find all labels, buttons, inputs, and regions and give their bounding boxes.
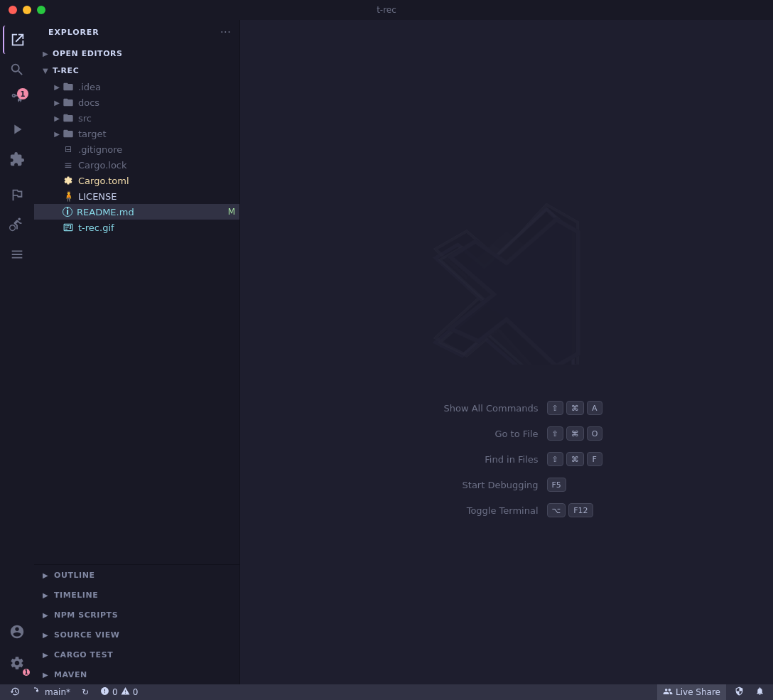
activity-bar-settings[interactable]: 1 <box>3 649 31 677</box>
status-sync-button[interactable]: ↻ <box>79 684 92 700</box>
file-tree: ▶ OPEN EDITORS ▼ T-REC ▶ .idea <box>34 45 239 564</box>
maximize-button[interactable] <box>37 6 45 14</box>
list-item[interactable]: ▶ .idea <box>34 79 239 95</box>
readme-icon: i <box>63 207 72 217</box>
source-view-arrow: ▶ <box>40 629 51 640</box>
shortcut-row: Start Debugging F5 <box>411 478 603 492</box>
file-name: README.md <box>77 207 228 217</box>
gif-icon <box>63 222 74 233</box>
file-name: LICENSE <box>78 191 239 202</box>
shortcut-keys: ⇧ ⌘ O <box>547 426 603 441</box>
cargo-test-section[interactable]: ▶ CARGO TEST <box>34 645 239 664</box>
list-item[interactable]: ≡ Cargo.lock <box>34 157 239 173</box>
live-share-button[interactable]: Live Share <box>657 684 726 700</box>
file-name: Cargo.toml <box>78 176 239 186</box>
file-modified-badge: M <box>228 207 235 217</box>
activity-bar-search[interactable] <box>3 55 31 84</box>
remote-config-icon <box>735 686 744 698</box>
outline-section[interactable]: ▶ OUTLINE <box>34 565 239 585</box>
close-button[interactable] <box>9 6 17 14</box>
welcome-content: Show All Commands ⇧ ⌘ A Go to File ⇧ ⌘ O <box>411 187 603 517</box>
activity-bar-remote-explorer[interactable] <box>3 210 31 239</box>
kbd-cmd: ⌘ <box>566 452 584 466</box>
shortcuts-list: Show All Commands ⇧ ⌘ A Go to File ⇧ ⌘ O <box>411 401 603 517</box>
file-name: Cargo.lock <box>78 160 239 171</box>
status-remote-button[interactable] <box>6 684 24 700</box>
file-name: docs <box>78 97 239 108</box>
kbd-cmd: ⌘ <box>566 401 584 415</box>
minimize-button[interactable] <box>23 6 31 14</box>
list-item[interactable]: ▶ docs <box>34 95 239 110</box>
activity-bar-run-debug[interactable] <box>3 115 31 144</box>
timeline-section[interactable]: ▶ TIMELINE <box>34 585 239 605</box>
vscode-logo <box>418 187 595 367</box>
folder-arrow-icon: ▶ <box>51 81 63 92</box>
titlebar-title: t-rec <box>377 5 396 15</box>
list-item[interactable]: Cargo.toml <box>34 173 239 188</box>
sidebar-header-title: Explorer <box>48 28 99 37</box>
list-item[interactable]: ⊟ .gitignore <box>34 141 239 157</box>
activity-bar-bottom: 1 <box>3 618 31 684</box>
status-bar-right: Live Share <box>657 684 767 700</box>
sync-icon: ↻ <box>82 687 89 697</box>
folder-icon <box>63 128 74 139</box>
list-item[interactable]: i README.md M <box>34 204 239 220</box>
npm-scripts-label: NPM SCRIPTS <box>54 610 118 620</box>
kbd-f12: F12 <box>568 503 593 517</box>
shortcut-keys: F5 <box>547 478 566 492</box>
shortcut-label: Start Debugging <box>411 480 539 490</box>
status-notification-button[interactable] <box>752 684 767 700</box>
source-view-section[interactable]: ▶ SOURCE VIEW <box>34 625 239 645</box>
shortcut-label: Go to File <box>411 429 539 439</box>
gitignore-icon: ⊟ <box>63 144 74 155</box>
shortcut-row: Show All Commands ⇧ ⌘ A <box>411 401 603 415</box>
list-item[interactable]: ▶ target <box>34 126 239 141</box>
npm-scripts-arrow: ▶ <box>40 609 51 620</box>
maven-section[interactable]: ▶ MAVEN <box>34 664 239 684</box>
cargo-test-arrow: ▶ <box>40 649 51 660</box>
folder-icon <box>63 97 74 108</box>
status-branch-button[interactable]: main* <box>30 684 73 700</box>
warning-count: 0 <box>133 687 139 697</box>
open-editors-arrow: ▶ <box>40 48 51 59</box>
activity-bar-docker[interactable] <box>3 240 31 269</box>
outline-label: OUTLINE <box>54 571 94 580</box>
activity-bar-explorer[interactable] <box>3 26 31 54</box>
list-item[interactable]: ▶ src <box>34 110 239 126</box>
status-remote-config-button[interactable] <box>732 684 747 700</box>
live-share-label: Live Share <box>676 687 720 697</box>
maven-label: MAVEN <box>54 670 87 679</box>
kbd-shift: ⇧ <box>547 401 563 415</box>
open-editors-header[interactable]: ▶ OPEN EDITORS <box>34 45 239 62</box>
list-item[interactable]: t-rec.gif <box>34 220 239 235</box>
license-icon: 🧍 <box>63 190 74 202</box>
cargo-lock-icon: ≡ <box>63 159 74 171</box>
npm-scripts-section[interactable]: ▶ NPM SCRIPTS <box>34 605 239 625</box>
t-rec-arrow: ▼ <box>40 65 51 76</box>
activity-bar-spacer-1 <box>3 181 31 270</box>
shortcut-row: Toggle Terminal ⌥ F12 <box>411 503 603 517</box>
t-rec-section: ▼ T-REC ▶ .idea ▶ docs <box>34 62 239 235</box>
error-count: 0 <box>112 687 118 697</box>
folder-arrow-icon: ▶ <box>51 128 63 139</box>
list-item[interactable]: 🧍 LICENSE <box>34 188 239 204</box>
shortcut-row: Find in Files ⇧ ⌘ F <box>411 452 603 466</box>
activity-bar-extensions[interactable] <box>3 145 31 173</box>
sidebar-more-button[interactable]: ··· <box>220 26 231 39</box>
status-bar-left: main* ↻ 0 0 <box>6 684 141 700</box>
kbd-f5: F5 <box>547 478 566 492</box>
timeline-label: TIMELINE <box>54 591 98 600</box>
sidebar-header: Explorer ··· <box>34 20 239 45</box>
status-errors-button[interactable]: 0 0 <box>97 684 141 700</box>
folder-icon <box>63 81 74 92</box>
activity-bar-mountain[interactable] <box>3 181 31 209</box>
remote-icon <box>10 686 20 699</box>
activity-bar-account[interactable] <box>3 618 31 646</box>
t-rec-header[interactable]: ▼ T-REC <box>34 62 239 79</box>
activity-bar-source-control[interactable]: 1 <box>3 85 31 114</box>
kbd-o: O <box>587 426 603 441</box>
folder-icon <box>63 112 74 124</box>
cargo-toml-icon <box>63 175 74 186</box>
shortcut-keys: ⇧ ⌘ F <box>547 452 602 466</box>
kbd-shift: ⇧ <box>547 426 563 441</box>
